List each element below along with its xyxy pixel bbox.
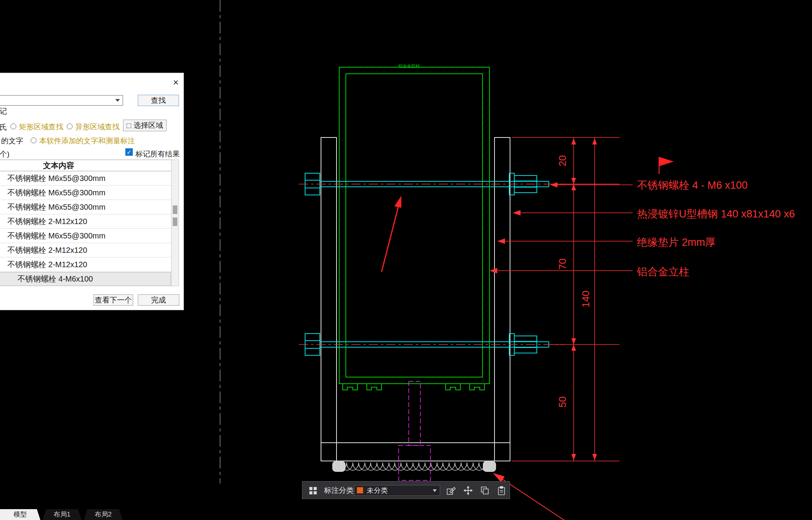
apps-grid-icon[interactable] bbox=[309, 487, 312, 490]
annotation-gasket: 绝缘垫片 2mm厚 bbox=[637, 235, 716, 249]
radio-software-text[interactable] bbox=[31, 137, 36, 143]
annotation-channel: 热浸镀锌U型槽钢 140 x81x140 x6 bbox=[637, 207, 795, 221]
result-row[interactable]: 不锈钢螺栓 M6x55@300mm bbox=[0, 229, 171, 243]
annotation-category-label: 标注分类 bbox=[324, 482, 354, 499]
tab-model[interactable]: 模型 bbox=[0, 509, 40, 520]
view-next-button[interactable]: 查看下一个 bbox=[94, 294, 133, 306]
dropdown-caret-icon bbox=[433, 489, 437, 492]
results-scrollbar[interactable] bbox=[171, 160, 179, 286]
copy-icon[interactable] bbox=[480, 485, 490, 496]
tab-layout1[interactable]: 布局1 bbox=[43, 509, 82, 520]
category-dropdown-value: 未分类 bbox=[367, 485, 388, 496]
select-area-icon bbox=[127, 123, 131, 128]
flag-icon bbox=[659, 157, 674, 174]
category-dropdown[interactable]: 未分类 bbox=[354, 485, 440, 496]
scrollbar-thumb[interactable] bbox=[173, 217, 177, 226]
clipped-text-fragment-2: 氏 bbox=[0, 122, 7, 132]
annotation-bolt: 不锈钢螺栓 4 - M6 x100 bbox=[637, 178, 748, 192]
result-row[interactable]: 不锈钢螺栓 M6x55@300mm bbox=[0, 200, 171, 214]
clipped-text-fragment-1: 记 bbox=[0, 106, 7, 117]
app-root: 铝合金型材 20 70 50 140 不锈钢螺栓 4 - M6 x100 热浸镀… bbox=[0, 0, 812, 520]
dim-20: 20 bbox=[557, 148, 568, 173]
radio-software-text-label: 本软件添加的文字和测量标注 bbox=[39, 136, 135, 146]
result-row[interactable]: 不锈钢螺栓 M6x55@300mm bbox=[0, 171, 171, 186]
results-list: 不锈钢螺栓 M6x55@300mm 不锈钢螺栓 M6x55@300mm 不锈钢螺… bbox=[0, 171, 171, 286]
scrollbar-thumb[interactable] bbox=[173, 205, 177, 214]
result-row-selected[interactable]: 不锈钢螺栓 4-M6x100 bbox=[0, 272, 171, 286]
layout-tabbar: 模型 布局1 布局2 bbox=[0, 509, 179, 520]
result-row[interactable]: 不锈钢螺栓 2-M12x120 bbox=[0, 243, 171, 257]
paste-icon[interactable] bbox=[496, 485, 507, 496]
combo-caret-icon bbox=[115, 99, 120, 102]
clipped-text-fragment-4: 个) bbox=[0, 149, 9, 159]
annotation-column: 铝合金立柱 bbox=[637, 265, 689, 279]
result-row[interactable]: 不锈钢螺栓 2-M12x120 bbox=[0, 214, 171, 229]
find-text-dialog: ✕ 查找 记 氏 矩形区域查找 异形区域查找 选择区域 的文字 本软件添加的文字… bbox=[0, 73, 184, 310]
done-button[interactable]: 完成 bbox=[138, 294, 179, 306]
mark-all-checkbox[interactable]: ✓ bbox=[125, 148, 133, 156]
tab-layout2[interactable]: 布局2 bbox=[84, 509, 123, 520]
result-row[interactable]: 不锈钢螺栓 2-M12x120 bbox=[0, 257, 171, 272]
search-combo[interactable] bbox=[0, 95, 123, 106]
find-button[interactable]: 查找 bbox=[138, 95, 179, 106]
radio-poly-area[interactable] bbox=[67, 123, 73, 129]
radio-rect-area[interactable] bbox=[10, 123, 16, 129]
close-icon[interactable]: ✕ bbox=[170, 78, 181, 88]
dim-70: 70 bbox=[557, 252, 568, 277]
edit-icon[interactable] bbox=[446, 485, 456, 496]
results-table-header: 文本内容 bbox=[0, 160, 171, 171]
dim-140: 140 bbox=[580, 287, 591, 311]
radio-poly-area-label: 异形区域查找 bbox=[75, 122, 120, 132]
color-swatch bbox=[357, 487, 363, 494]
mark-all-label: 标记所有结果 bbox=[135, 149, 180, 159]
move-icon[interactable] bbox=[463, 485, 473, 496]
result-row[interactable]: 不锈钢螺栓 M6x55@300mm bbox=[0, 186, 171, 200]
profile-top-label: 铝合金型材 bbox=[386, 63, 432, 69]
radio-rect-area-label: 矩形区域查找 bbox=[19, 122, 63, 132]
clipped-text-fragment-3: 的文字 bbox=[1, 136, 23, 146]
select-area-button[interactable]: 选择区域 bbox=[123, 120, 167, 131]
annotation-toolbar: 标注分类 未分类 bbox=[302, 481, 510, 499]
weld-scallops bbox=[332, 461, 496, 472]
dim-50: 50 bbox=[557, 390, 568, 414]
